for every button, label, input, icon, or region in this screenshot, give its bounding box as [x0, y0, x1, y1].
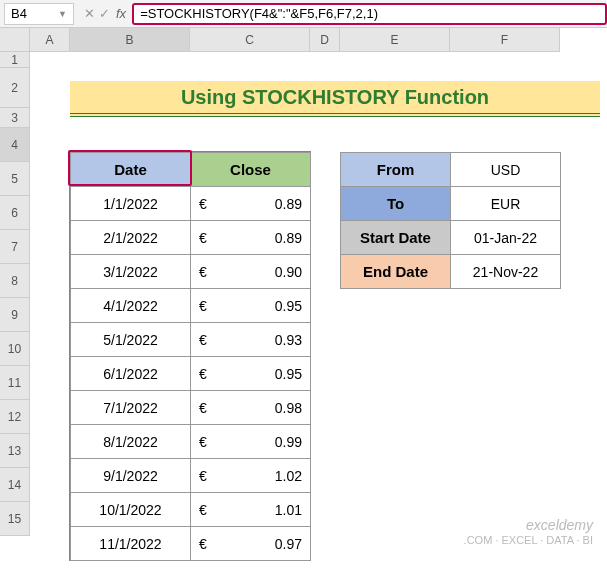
param-row-end: End Date21-Nov-22: [341, 255, 561, 289]
end-label: End Date: [341, 255, 451, 289]
row-header-12[interactable]: 12: [0, 400, 30, 434]
formula-text: =STOCKHISTORY(F4&":"&F5,F6,F7,2,1): [140, 6, 378, 21]
table-row[interactable]: 10/1/2022€1.01: [71, 493, 311, 527]
close-value: 0.95: [275, 366, 302, 382]
select-all-corner[interactable]: [0, 28, 30, 52]
close-value: 1.01: [275, 502, 302, 518]
date-cell[interactable]: 2/1/2022: [71, 221, 191, 255]
currency-symbol: €: [199, 264, 207, 280]
close-cell[interactable]: €0.98: [191, 391, 311, 425]
start-value[interactable]: 01-Jan-22: [451, 221, 561, 255]
parameters-table: FromUSD ToEUR Start Date01-Jan-22 End Da…: [340, 152, 561, 289]
table-row[interactable]: 11/1/2022€0.97: [71, 527, 311, 561]
start-label: Start Date: [341, 221, 451, 255]
date-cell[interactable]: 5/1/2022: [71, 323, 191, 357]
date-cell[interactable]: 3/1/2022: [71, 255, 191, 289]
table-row[interactable]: 3/1/2022€0.90: [71, 255, 311, 289]
from-value[interactable]: USD: [451, 153, 561, 187]
end-value[interactable]: 21-Nov-22: [451, 255, 561, 289]
close-value: 0.93: [275, 332, 302, 348]
close-value: 0.95: [275, 298, 302, 314]
page-title: Using STOCKHISTORY Function: [70, 81, 600, 117]
table-row[interactable]: 7/1/2022€0.98: [71, 391, 311, 425]
currency-symbol: €: [199, 434, 207, 450]
col-header-A[interactable]: A: [30, 28, 70, 52]
date-cell[interactable]: 6/1/2022: [71, 357, 191, 391]
date-cell[interactable]: 1/1/2022: [71, 187, 191, 221]
name-box-value: B4: [11, 6, 27, 21]
table-row[interactable]: 2/1/2022€0.89: [71, 221, 311, 255]
table-row[interactable]: 4/1/2022€0.95: [71, 289, 311, 323]
currency-symbol: €: [199, 536, 207, 552]
date-cell[interactable]: 8/1/2022: [71, 425, 191, 459]
close-cell[interactable]: €0.99: [191, 425, 311, 459]
name-box[interactable]: B4 ▼: [4, 3, 74, 25]
to-value[interactable]: EUR: [451, 187, 561, 221]
row-header-14[interactable]: 14: [0, 468, 30, 502]
date-cell[interactable]: 4/1/2022: [71, 289, 191, 323]
formula-input[interactable]: =STOCKHISTORY(F4&":"&F5,F6,F7,2,1): [132, 3, 607, 25]
row-header-3[interactable]: 3: [0, 108, 30, 128]
close-cell[interactable]: €0.95: [191, 289, 311, 323]
close-value: 0.89: [275, 196, 302, 212]
row-header-7[interactable]: 7: [0, 230, 30, 264]
table-row[interactable]: 6/1/2022€0.95: [71, 357, 311, 391]
close-cell[interactable]: €0.89: [191, 187, 311, 221]
currency-symbol: €: [199, 230, 207, 246]
close-cell[interactable]: €0.93: [191, 323, 311, 357]
watermark: exceldemy .COM · EXCEL · DATA · BI: [464, 517, 593, 547]
col-header-E[interactable]: E: [340, 28, 450, 52]
col-header-F[interactable]: F: [450, 28, 560, 52]
col-header-D[interactable]: D: [310, 28, 340, 52]
close-value: 0.90: [275, 264, 302, 280]
table-header-row: Date Close: [71, 153, 311, 187]
close-cell[interactable]: €0.97: [191, 527, 311, 561]
check-icon[interactable]: ✓: [99, 6, 110, 21]
row-header-8[interactable]: 8: [0, 264, 30, 298]
close-cell[interactable]: €1.02: [191, 459, 311, 493]
close-cell[interactable]: €0.90: [191, 255, 311, 289]
col-header-C[interactable]: C: [190, 28, 310, 52]
close-value: 0.98: [275, 400, 302, 416]
row-header-6[interactable]: 6: [0, 196, 30, 230]
date-cell[interactable]: 9/1/2022: [71, 459, 191, 493]
close-value: 0.97: [275, 536, 302, 552]
param-row-to: ToEUR: [341, 187, 561, 221]
from-label: From: [341, 153, 451, 187]
row-header-1[interactable]: 1: [0, 52, 30, 68]
currency-symbol: €: [199, 196, 207, 212]
row-header-2[interactable]: 2: [0, 68, 30, 108]
table-row[interactable]: 1/1/2022€0.89: [71, 187, 311, 221]
param-row-start: Start Date01-Jan-22: [341, 221, 561, 255]
row-header-13[interactable]: 13: [0, 434, 30, 468]
date-cell[interactable]: 11/1/2022: [71, 527, 191, 561]
row-header-4[interactable]: 4: [0, 128, 30, 162]
close-cell[interactable]: €1.01: [191, 493, 311, 527]
close-cell[interactable]: €0.89: [191, 221, 311, 255]
grid-headers: A B C D E F: [0, 28, 607, 52]
fx-icon[interactable]: fx: [116, 6, 126, 21]
watermark-tagline: .COM · EXCEL · DATA · BI: [464, 534, 593, 547]
row-header-10[interactable]: 10: [0, 332, 30, 366]
close-cell[interactable]: €0.95: [191, 357, 311, 391]
currency-symbol: €: [199, 468, 207, 484]
cancel-icon[interactable]: ✕: [84, 6, 95, 21]
header-date[interactable]: Date: [71, 153, 191, 187]
currency-symbol: €: [199, 502, 207, 518]
content-area: Using STOCKHISTORY Function Date Close 1…: [30, 52, 607, 575]
close-value: 1.02: [275, 468, 302, 484]
row-header-5[interactable]: 5: [0, 162, 30, 196]
chevron-down-icon[interactable]: ▼: [58, 9, 67, 19]
row-header-11[interactable]: 11: [0, 366, 30, 400]
header-close[interactable]: Close: [191, 153, 311, 187]
table-row[interactable]: 9/1/2022€1.02: [71, 459, 311, 493]
currency-symbol: €: [199, 298, 207, 314]
row-header-15[interactable]: 15: [0, 502, 30, 536]
row-header-9[interactable]: 9: [0, 298, 30, 332]
date-cell[interactable]: 7/1/2022: [71, 391, 191, 425]
currency-symbol: €: [199, 332, 207, 348]
table-row[interactable]: 5/1/2022€0.93: [71, 323, 311, 357]
table-row[interactable]: 8/1/2022€0.99: [71, 425, 311, 459]
date-cell[interactable]: 10/1/2022: [71, 493, 191, 527]
col-header-B[interactable]: B: [70, 28, 190, 52]
